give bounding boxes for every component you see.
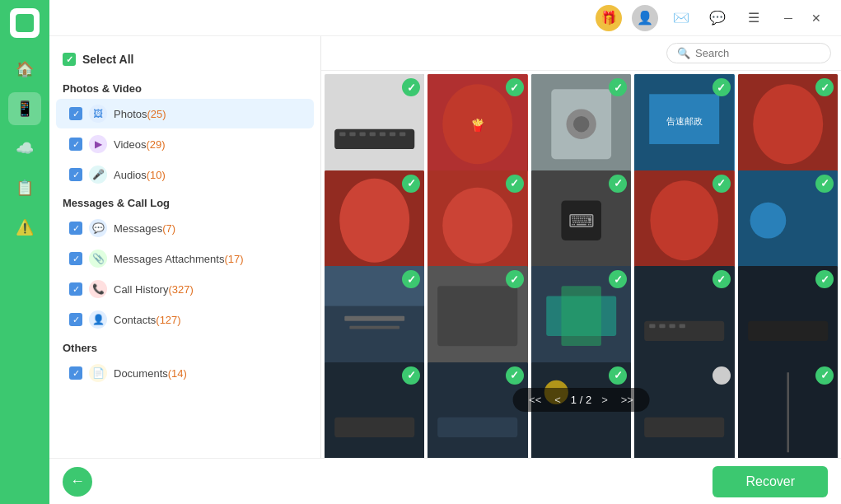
category-item-audios[interactable]: ✓ 🎤 Audios(10) [56,160,314,189]
last-page-button[interactable]: >> [618,392,637,408]
messages-label: Messages(7) [114,222,175,235]
category-item-call-history[interactable]: ✓ 📞 Call History(327) [56,274,314,304]
photo-cell[interactable]: ✓ [325,74,424,174]
videos-label: Videos(29) [114,138,166,151]
videos-icon: ▶ [89,135,107,153]
documents-checkbox[interactable]: ✓ [69,366,82,380]
section-others: Others [49,335,320,357]
chat-icon[interactable]: 💬 [704,5,731,31]
select-all-checkbox[interactable]: ✓ [63,53,76,66]
videos-checkbox[interactable]: ✓ [69,138,82,151]
bottom-bar: ← Recover [49,458,841,504]
category-item-videos[interactable]: ✓ ▶ Videos(29) [56,129,314,159]
photo-cell[interactable]: ✓ ⌨ [531,170,631,270]
photo-cell[interactable] [634,362,734,459]
photo-cell[interactable]: ✓ [428,266,527,366]
category-item-messages-attachments[interactable]: ✓ 📎 Messages Attachments(17) [56,244,314,273]
svg-text:⌨: ⌨ [568,211,594,231]
photo-cell[interactable]: ✓ [738,170,838,270]
photo-cell[interactable]: ✓ [738,74,838,174]
photo-check[interactable]: ✓ [506,175,524,193]
svg-rect-3 [349,132,355,136]
photo-check[interactable]: ✓ [815,270,834,288]
photo-cell[interactable]: ✓ 🍟 [428,74,527,174]
svg-point-15 [573,116,589,132]
nav-home[interactable]: 🏠 [8,53,41,86]
photo-check[interactable]: ✓ [609,175,627,193]
messages-checkbox[interactable]: ✓ [69,222,82,235]
select-all-row[interactable]: ✓ Select All [49,46,320,76]
photo-cell[interactable]: ✓ [325,170,424,270]
top-bar: 🎁 👤 ✉️ 💬 ☰ ─ ✕ [49,0,841,36]
photo-cell[interactable]: ✓ [428,170,527,270]
minimize-button[interactable]: ─ [777,7,800,30]
audios-label: Audios(10) [114,169,166,181]
photo-check[interactable]: ✓ [402,366,420,385]
photos-icon: 🖼 [89,105,107,123]
messages-attachments-checkbox[interactable]: ✓ [69,252,82,265]
photo-check[interactable]: ✓ [506,78,524,96]
svg-point-31 [750,202,786,238]
photo-cell[interactable]: ✓ [738,266,838,366]
contacts-icon: 👤 [89,310,107,329]
photo-cell[interactable]: ✓ 告速邮政 [634,74,734,174]
user-icon[interactable]: 👤 [632,5,658,31]
close-button[interactable]: ✕ [805,7,828,30]
photo-check[interactable]: ✓ [506,270,524,288]
svg-rect-56 [644,417,724,436]
menu-icon[interactable]: ☰ [741,5,767,31]
nav-phone[interactable]: 📱 [8,92,41,125]
nav-warning[interactable]: ⚠️ [8,211,41,244]
audios-checkbox[interactable]: ✓ [69,168,82,181]
nav-files[interactable]: 📋 [8,171,41,204]
photo-check[interactable]: ✓ [713,78,731,96]
photo-check[interactable]: ✓ [402,175,420,193]
nav-cloud[interactable]: ☁️ [8,132,41,165]
search-input[interactable] [695,47,820,59]
search-bar-row: 🔍 [321,36,841,71]
photo-check[interactable]: ✓ [609,366,627,385]
call-history-icon: 📞 [89,280,107,298]
photo-check[interactable]: ✓ [506,366,524,385]
photo-check[interactable]: ✓ [815,366,834,385]
prev-page-button[interactable]: < [551,392,564,408]
main-panel: 🎁 👤 ✉️ 💬 ☰ ─ ✕ ✓ Select All Photos & Vid… [49,0,841,504]
svg-rect-35 [349,326,399,329]
category-item-messages[interactable]: ✓ 💬 Messages(7) [56,213,314,243]
back-button[interactable]: ← [63,467,92,497]
photo-check[interactable]: ✓ [713,270,731,288]
photo-cell[interactable]: ✓ [634,170,734,270]
photo-check[interactable]: ✓ [815,78,834,96]
search-box[interactable]: 🔍 [666,43,831,63]
next-page-button[interactable]: > [598,392,611,408]
photo-cell[interactable]: ✓ [531,74,631,174]
photo-cell[interactable]: ✓ [634,266,734,366]
photo-cell[interactable]: ✓ [738,362,838,459]
photo-cell[interactable]: ✓ [325,362,424,459]
photo-check[interactable] [713,366,731,385]
first-page-button[interactable]: << [526,392,544,408]
photos-checkbox[interactable]: ✓ [69,107,82,120]
svg-rect-40 [561,286,601,346]
photo-cell[interactable]: ✓ [325,266,424,366]
category-item-documents[interactable]: ✓ 📄 Documents(14) [56,358,314,388]
photo-check[interactable]: ✓ [713,175,731,193]
photo-cell[interactable]: ✓ [531,266,631,366]
photo-area: 🔍 ✓ [321,36,841,458]
call-history-label: Call History(327) [114,283,194,296]
photo-check[interactable]: ✓ [815,175,834,193]
svg-rect-52 [438,417,518,436]
category-item-photos[interactable]: ✓ 🖼 Photos(25) [56,99,314,128]
recover-button[interactable]: Recover [713,466,828,497]
call-history-checkbox[interactable]: ✓ [69,282,82,296]
svg-point-24 [443,187,513,263]
svg-text:告速邮政: 告速邮政 [666,116,703,126]
mail-icon[interactable]: ✉️ [668,5,694,31]
contacts-checkbox[interactable]: ✓ [69,313,82,326]
gift-icon[interactable]: 🎁 [596,5,622,31]
select-all-label: Select All [82,53,134,66]
svg-rect-48 [748,321,828,341]
category-item-contacts[interactable]: ✓ 👤 Contacts(127) [56,305,314,334]
svg-rect-50 [334,417,414,436]
photo-cell[interactable]: ✓ [428,362,527,459]
